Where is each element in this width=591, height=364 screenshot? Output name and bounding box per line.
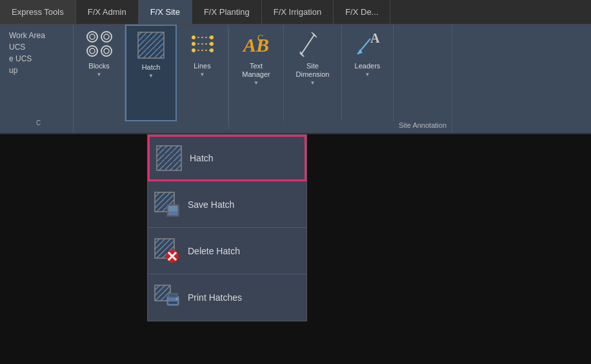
svg-point-16 <box>210 35 214 39</box>
svg-point-20 <box>192 48 195 52</box>
svg-point-22 <box>210 48 214 52</box>
svg-rect-52 <box>168 294 177 298</box>
print-hatches-icon <box>153 283 181 312</box>
svg-text:A: A <box>370 31 380 45</box>
svg-point-3 <box>101 46 112 56</box>
sidebar-item-up[interactable]: up <box>6 65 70 76</box>
leaders-button[interactable]: A Leaders ▼ <box>342 25 394 121</box>
svg-rect-53 <box>168 301 177 304</box>
sidebar-item-ucs[interactable]: UCS <box>6 41 70 53</box>
lines-button[interactable]: Lines ▼ <box>177 25 228 121</box>
sidebar-item-work-area[interactable]: Work Area <box>6 30 70 41</box>
save-hatch-label: Save Hatch <box>188 199 234 210</box>
dropdown-item-save-hatch[interactable]: Save Hatch <box>148 181 306 228</box>
lines-icon <box>187 28 218 59</box>
delete-hatch-label: Delete Hatch <box>188 246 240 256</box>
svg-line-25 <box>301 35 314 54</box>
hatch-dropdown-icon <box>155 144 183 172</box>
svg-point-1 <box>101 32 112 42</box>
svg-point-4 <box>90 34 95 39</box>
tab-fx-de[interactable]: F/X De... <box>334 0 390 24</box>
site-dimension-arrow: ▼ <box>310 80 316 86</box>
svg-rect-34 <box>157 146 181 170</box>
text-manager-arrow: ▼ <box>254 80 259 86</box>
dropdown-item-print-hatches[interactable]: Print Hatches <box>148 274 306 321</box>
lines-arrow: ▼ <box>200 72 205 77</box>
leaders-arrow: ▼ <box>365 72 370 77</box>
svg-point-5 <box>104 34 109 39</box>
dropdown-item-delete-hatch[interactable]: Delete Hatch <box>148 228 306 274</box>
svg-point-14 <box>192 35 195 39</box>
save-hatch-icon <box>153 190 181 219</box>
hatch-icon <box>135 30 166 61</box>
svg-point-19 <box>210 42 214 46</box>
left-group-label: C <box>6 119 70 130</box>
blocks-label: Blocks <box>88 62 109 70</box>
svg-point-0 <box>87 32 97 42</box>
tab-fx-irrigation[interactable]: F/X Irrigation <box>262 0 334 24</box>
text-manager-icon: AB C <box>241 28 272 59</box>
blocks-arrow: ▼ <box>97 72 102 77</box>
svg-point-54 <box>176 298 178 300</box>
print-hatches-label: Print Hatches <box>188 292 242 303</box>
tab-fx-admin[interactable]: F/X Admin <box>76 0 139 24</box>
lines-label: Lines <box>194 62 210 70</box>
blocks-icon <box>84 28 115 59</box>
tab-fx-planting[interactable]: F/X Planting <box>192 0 262 24</box>
site-dimension-icon <box>297 28 328 59</box>
delete-hatch-icon <box>153 237 181 265</box>
hatch-arrow: ▼ <box>148 73 154 79</box>
tab-bar: Express Tools F/X Admin F/X Site F/X Pla… <box>0 0 591 25</box>
sidebar-item-e-ucs[interactable]: e UCS <box>6 53 70 65</box>
svg-text:AB: AB <box>242 34 269 56</box>
text-manager-button[interactable]: AB C TextManager ▼ <box>229 25 284 121</box>
site-dimension-label: SiteDimension <box>296 62 330 79</box>
text-manager-label: TextManager <box>242 62 270 79</box>
leaders-icon: A <box>352 28 383 59</box>
site-annotation-label: Site Annotation <box>399 121 446 129</box>
svg-point-2 <box>87 46 97 56</box>
tab-fx-site[interactable]: F/X Site <box>139 0 192 24</box>
svg-rect-42 <box>168 206 177 211</box>
svg-text:C: C <box>257 34 263 43</box>
hatch-dropdown-menu: Hatch Save Hatch <box>147 134 307 321</box>
svg-point-17 <box>192 42 195 46</box>
svg-point-7 <box>104 48 109 54</box>
dropdown-item-hatch[interactable]: Hatch <box>148 135 306 181</box>
site-dimension-button[interactable]: SiteDimension ▼ <box>284 25 342 121</box>
tab-express-tools[interactable]: Express Tools <box>0 0 76 24</box>
blocks-button[interactable]: Blocks ▼ <box>74 25 125 121</box>
ribbon: Work Area UCS e UCS up C Block <box>0 25 591 134</box>
hatch-dropdown-label: Hatch <box>190 153 214 163</box>
svg-rect-9 <box>138 32 164 58</box>
hatch-label: Hatch <box>142 63 161 72</box>
svg-rect-43 <box>168 211 177 215</box>
svg-point-6 <box>90 48 95 54</box>
leaders-label: Leaders <box>355 62 381 70</box>
hatch-button[interactable]: Hatch ▼ <box>125 25 177 121</box>
